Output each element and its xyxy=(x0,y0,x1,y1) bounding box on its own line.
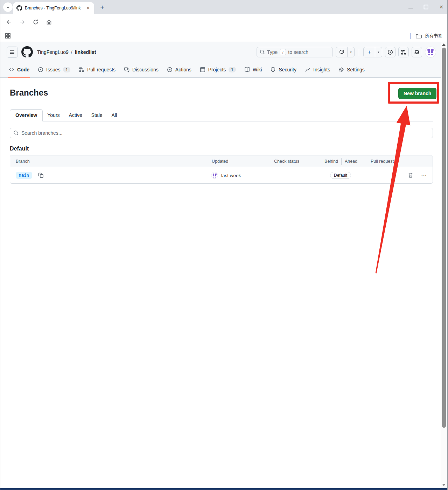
tab-all[interactable]: All xyxy=(107,110,122,121)
search-icon xyxy=(13,130,19,136)
tab-overview[interactable]: Overview xyxy=(10,109,43,121)
delete-branch-button[interactable] xyxy=(408,173,413,178)
bookmarks-separator xyxy=(410,33,411,39)
tab-security[interactable]: Security xyxy=(267,62,300,77)
breadcrumb-repo[interactable]: linkedlist xyxy=(75,49,96,55)
chevron-down-icon xyxy=(6,5,10,9)
search-icon xyxy=(260,49,265,55)
all-bookmarks[interactable]: 所有书签 xyxy=(410,33,442,39)
forward-icon xyxy=(19,19,26,25)
folder-icon xyxy=(415,33,422,39)
branches-table: Branch Updated Check status Behind Ahead… xyxy=(10,155,433,184)
col-pull-request: Pull request xyxy=(362,159,400,164)
reload-button[interactable] xyxy=(30,17,41,27)
global-nav-menu-button[interactable] xyxy=(7,47,18,58)
tab-issues[interactable]: Issues 1 xyxy=(34,62,74,77)
close-button[interactable]: × xyxy=(439,5,444,9)
inbox-icon xyxy=(414,49,420,55)
bookmarks-bar: 所有书签 xyxy=(0,30,447,42)
tab-actions[interactable]: Actions xyxy=(163,62,195,77)
github-page: TingFengLuo9 / linkedlist Type / to sear… xyxy=(0,42,442,489)
your-pull-requests-button[interactable] xyxy=(398,47,409,57)
apps-grid-icon[interactable] xyxy=(5,33,11,39)
tab-active[interactable]: Active xyxy=(64,110,87,121)
inbox-button[interactable] xyxy=(412,47,422,57)
updated-time[interactable]: last week xyxy=(221,173,241,178)
gear-icon xyxy=(338,67,344,72)
header-divider xyxy=(359,49,359,56)
user-avatar[interactable] xyxy=(425,47,436,58)
issue-opened-icon xyxy=(38,67,43,72)
copilot-menu-button[interactable]: ▾ xyxy=(347,47,354,57)
tab-code[interactable]: Code xyxy=(5,62,33,77)
tab-settings[interactable]: Settings xyxy=(335,62,368,77)
search-branches-input[interactable] xyxy=(10,128,433,138)
book-icon xyxy=(244,67,250,72)
tab-yours[interactable]: Yours xyxy=(43,110,64,121)
tab-label: Discussions xyxy=(132,67,159,72)
col-check-status: Check status xyxy=(268,159,320,164)
github-logo[interactable] xyxy=(21,46,33,58)
your-issues-button[interactable] xyxy=(385,47,396,57)
issue-opened-icon xyxy=(387,49,393,55)
projects-count-badge: 1 xyxy=(229,67,236,72)
tab-wiki[interactable]: Wiki xyxy=(241,62,265,77)
graph-icon xyxy=(305,67,310,72)
github-header: TingFengLuo9 / linkedlist Type / to sear… xyxy=(0,42,442,62)
tab-label: Code xyxy=(17,67,29,72)
table-header-row: Branch Updated Check status Behind Ahead… xyxy=(10,155,433,167)
tab-label: Wiki xyxy=(253,67,262,72)
browser-tab[interactable]: Branches · TingFengLuo9/link × xyxy=(13,2,94,14)
maximize-button[interactable] xyxy=(424,5,428,9)
git-pull-request-icon xyxy=(79,67,84,72)
browser-window: Branches · TingFengLuo9/link × + × xyxy=(0,0,448,490)
col-behind-ahead: Behind Ahead xyxy=(320,155,362,167)
tab-label: Insights xyxy=(313,67,330,72)
new-tab-button[interactable]: + xyxy=(98,3,107,12)
comment-discussion-icon xyxy=(124,67,130,72)
scrollbar-down-arrow[interactable] xyxy=(442,484,446,486)
default-badge: Default xyxy=(330,172,351,179)
tab-insights[interactable]: Insights xyxy=(301,62,334,77)
hamburger-icon xyxy=(9,49,15,55)
all-bookmarks-label: 所有书签 xyxy=(425,33,442,39)
back-button[interactable] xyxy=(4,17,14,27)
copy-icon xyxy=(38,173,44,178)
col-branch: Branch xyxy=(10,159,206,164)
scrollbar-thumb[interactable] xyxy=(442,48,446,428)
forward-button[interactable] xyxy=(17,17,28,27)
home-button[interactable] xyxy=(44,17,54,27)
tab-search-button[interactable] xyxy=(3,2,13,12)
github-favicon xyxy=(16,5,22,11)
col-ahead: Ahead xyxy=(342,159,357,164)
tab-close-icon[interactable]: × xyxy=(85,5,91,11)
create-new-menu-button[interactable]: ▾ xyxy=(375,47,382,57)
branch-name-link[interactable]: main xyxy=(16,172,32,179)
page-scrollbar[interactable] xyxy=(441,42,447,488)
git-pull-request-icon xyxy=(401,49,406,55)
breadcrumb-owner[interactable]: TingFengLuo9 xyxy=(37,49,69,55)
global-search-button[interactable]: Type / to search xyxy=(257,47,333,57)
tab-pull-requests[interactable]: Pull requests xyxy=(75,62,119,77)
create-new-button[interactable]: + xyxy=(364,47,375,57)
tab-stale[interactable]: Stale xyxy=(87,110,107,121)
slash-key-hint: / xyxy=(280,49,286,55)
scrollbar-up-arrow[interactable] xyxy=(442,43,446,46)
committer-avatar[interactable] xyxy=(211,172,218,179)
new-branch-button[interactable]: New branch xyxy=(398,88,436,99)
tab-label: Issues xyxy=(46,67,60,72)
minimize-button[interactable] xyxy=(408,5,413,9)
default-section-heading: Default xyxy=(10,146,433,152)
copilot-button-group: ▾ xyxy=(336,47,355,57)
tab-discussions[interactable]: Discussions xyxy=(120,62,162,77)
table-icon xyxy=(200,67,205,72)
trash-icon xyxy=(408,173,413,178)
tab-label: Pull requests xyxy=(87,67,115,72)
branch-filter-tabs: Overview Yours Active Stale All xyxy=(10,109,433,121)
play-icon xyxy=(167,67,173,72)
branch-menu-button[interactable]: ⋯ xyxy=(421,174,427,177)
copy-branch-name-button[interactable] xyxy=(38,173,44,178)
tab-projects[interactable]: Projects 1 xyxy=(196,62,239,77)
copilot-button[interactable] xyxy=(336,47,347,57)
tab-label: Settings xyxy=(347,67,365,72)
